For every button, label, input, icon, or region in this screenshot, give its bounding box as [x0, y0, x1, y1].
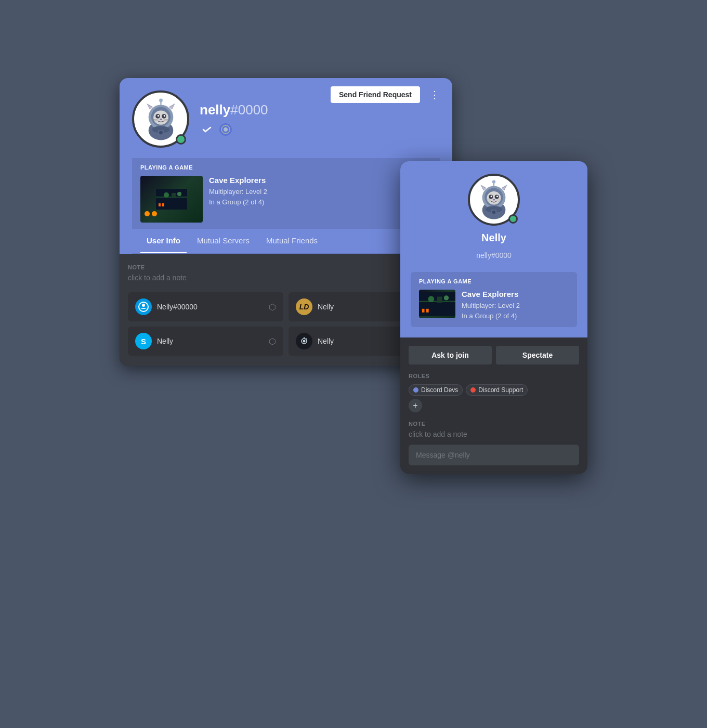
tabs-bar: User Info Mutual Servers Mutual Friends [132, 229, 440, 254]
avatar-wrapper [132, 90, 189, 148]
front-profile-header: Nelly nelly#0000 PLAYING A GAME [400, 161, 587, 337]
svg-point-7 [153, 110, 168, 124]
front-profile-card: Nelly nelly#0000 PLAYING A GAME [400, 161, 587, 474]
battlenet-account-name: Nelly#00000 [157, 303, 264, 311]
back-game-thumbnail [140, 176, 203, 223]
header-actions: Send Friend Request ⋮ [331, 86, 444, 103]
svg-point-65 [444, 295, 449, 300]
hypesquad-badge-icon [200, 122, 214, 137]
front-avatar-wrapper [468, 174, 520, 226]
skype-icon: S [135, 333, 152, 349]
svg-point-12 [159, 118, 162, 120]
svg-point-29 [177, 192, 181, 196]
back-game-name: Cave Explorers [209, 176, 431, 185]
svg-point-57 [492, 180, 495, 183]
front-game-thumbnail [419, 290, 455, 318]
back-game-sub1: Multiplayer: Level 2 [209, 187, 431, 197]
online-status-dot [176, 134, 186, 145]
front-display-name: Nelly [481, 232, 506, 244]
ask-to-join-button[interactable]: Ask to join [409, 346, 492, 365]
back-note-input[interactable]: click to add a note [128, 274, 444, 282]
join-buttons: Ask to join Spectate [409, 346, 579, 365]
front-game-name: Cave Explorers [462, 290, 569, 298]
roles-section: ROLES Discord Devs Discord Support + [409, 373, 579, 412]
svg-rect-67 [426, 309, 429, 313]
front-playing-section: PLAYING A GAME [411, 272, 577, 327]
roles-list: Discord Devs Discord Support [409, 384, 579, 396]
svg-point-63 [428, 296, 435, 302]
svg-point-10 [157, 115, 159, 116]
back-game-sub2: In a Group (2 of 4) [209, 197, 431, 207]
discord-devs-dot [413, 387, 418, 393]
front-game-details: Cave Explorers Multiplayer: Level 2 In a… [462, 290, 569, 321]
svg-rect-66 [422, 309, 425, 313]
steam-icon [296, 333, 312, 349]
account-skype: S Nelly ⬡ [128, 327, 283, 356]
svg-point-33 [142, 304, 145, 307]
back-game-details: Cave Explorers Multiplayer: Level 2 In a… [209, 176, 431, 207]
add-role-button[interactable]: + [409, 399, 422, 412]
back-note-label: NOTE [128, 264, 444, 270]
svg-point-11 [163, 115, 165, 116]
svg-point-27 [164, 192, 169, 198]
svg-point-24 [224, 127, 228, 132]
username-area: nelly#0000 [200, 102, 268, 137]
front-game-sub1: Multiplayer: Level 2 [462, 301, 569, 311]
role-discord-devs: Discord Devs [409, 384, 463, 396]
back-username: nelly#0000 [200, 102, 268, 118]
back-playing-section: PLAYING A GAME [132, 158, 440, 229]
svg-rect-28 [172, 193, 176, 198]
front-online-dot [508, 214, 518, 224]
front-note-input[interactable]: click to add a note [409, 430, 579, 438]
discord-support-dot [470, 387, 476, 393]
role-discord-support: Discord Support [466, 384, 528, 396]
front-note-section: NOTE click to add a note [409, 421, 579, 438]
discord-devs-label: Discord Devs [421, 386, 458, 394]
front-username-disc: nelly#0000 [476, 251, 512, 259]
battlenet-external-icon: ⬡ [269, 302, 276, 312]
send-friend-button[interactable]: Send Friend Request [331, 86, 420, 103]
back-discriminator: #0000 [230, 102, 268, 118]
connected-accounts: Nelly#00000 ⬡ LD Nelly ⬡ S Nelly ⬡ [128, 292, 444, 356]
nitro-badge-icon [218, 122, 233, 137]
svg-point-51 [493, 199, 495, 200]
lol-icon: LD [296, 298, 312, 315]
svg-point-46 [487, 191, 501, 205]
discord-support-label: Discord Support [478, 386, 523, 394]
svg-rect-30 [159, 203, 161, 206]
tab-mutual-friends[interactable]: Mutual Friends [260, 229, 324, 253]
front-card-body: Ask to join Spectate ROLES Discord Devs … [400, 337, 587, 474]
more-options-button[interactable]: ⋮ [425, 86, 444, 103]
svg-point-21 [159, 131, 163, 134]
badges-area [200, 122, 268, 137]
svg-point-50 [496, 196, 498, 197]
battlenet-icon [135, 298, 152, 315]
svg-point-18 [159, 98, 163, 102]
back-game-info: Cave Explorers Multiplayer: Level 2 In a… [140, 176, 431, 223]
svg-point-49 [491, 196, 492, 197]
front-playing-label: PLAYING A GAME [419, 278, 569, 284]
front-game-sub2: In a Group (2 of 4) [462, 311, 569, 321]
skype-external-icon: ⬡ [269, 336, 276, 346]
front-note-label: NOTE [409, 421, 579, 427]
roles-label: ROLES [409, 373, 579, 379]
svg-point-36 [303, 340, 306, 343]
skype-account-name: Nelly [157, 337, 264, 345]
spectate-button[interactable]: Spectate [496, 346, 579, 365]
message-input[interactable]: Message @nelly [409, 445, 579, 465]
front-game-info: Cave Explorers Multiplayer: Level 2 In a… [419, 290, 569, 321]
account-battlenet: Nelly#00000 ⬡ [128, 292, 283, 321]
svg-point-60 [492, 211, 495, 214]
back-playing-label: PLAYING A GAME [140, 164, 431, 171]
svg-rect-31 [162, 203, 164, 206]
svg-rect-64 [437, 297, 442, 303]
tab-user-info[interactable]: User Info [140, 229, 187, 253]
tab-mutual-servers[interactable]: Mutual Servers [191, 229, 256, 253]
